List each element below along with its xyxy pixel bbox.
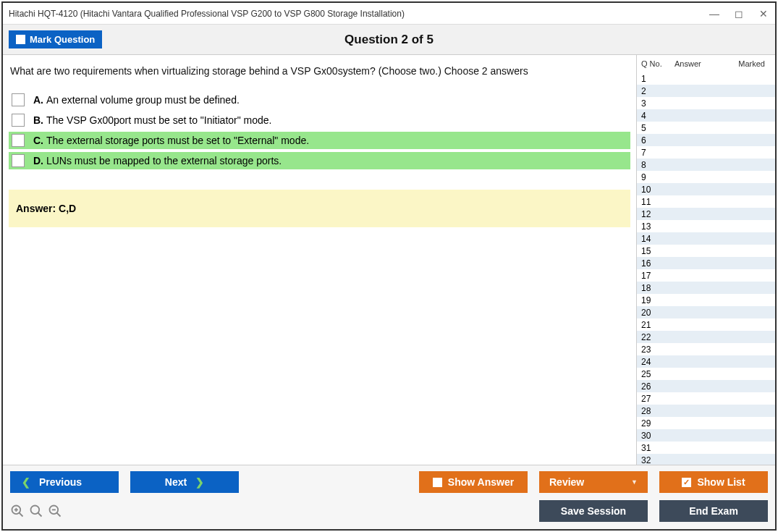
question-list-row[interactable]: 32 bbox=[637, 454, 775, 465]
window-controls: — ◻ ✕ bbox=[709, 8, 769, 20]
option-row[interactable]: A. An external volume group must be defi… bbox=[9, 91, 630, 109]
question-list-row[interactable]: 10 bbox=[637, 183, 775, 195]
bottom-toolbar: ❮ Previous Next ❯ Show Answer Review ▼ ✓… bbox=[3, 465, 775, 529]
option-checkbox[interactable] bbox=[12, 93, 25, 106]
question-list-row[interactable]: 6 bbox=[637, 134, 775, 146]
question-list-row[interactable]: 18 bbox=[637, 282, 775, 294]
question-list-row[interactable]: 20 bbox=[637, 306, 775, 318]
svg-line-7 bbox=[57, 513, 61, 517]
show-answer-button[interactable]: Show Answer bbox=[419, 471, 528, 493]
show-answer-checkbox-icon bbox=[433, 478, 442, 487]
chevron-left-icon: ❮ bbox=[22, 476, 30, 488]
question-list-row[interactable]: 15 bbox=[637, 245, 775, 257]
dropdown-arrow-icon: ▼ bbox=[631, 478, 638, 486]
question-panel: What are two requirements when virtualiz… bbox=[3, 55, 636, 465]
question-list-row[interactable]: 16 bbox=[637, 257, 775, 269]
svg-line-5 bbox=[38, 513, 42, 517]
end-exam-button[interactable]: End Exam bbox=[659, 500, 768, 522]
app-window: Hitachi HQT-4120 (Hitachi Vantara Qualif… bbox=[1, 1, 777, 531]
show-list-checkbox-icon: ✓ bbox=[682, 478, 691, 487]
mark-question-label: Mark Question bbox=[30, 34, 95, 45]
option-checkbox[interactable] bbox=[12, 154, 25, 167]
question-list-row[interactable]: 3 bbox=[637, 97, 775, 109]
maximize-icon[interactable]: ◻ bbox=[733, 8, 745, 20]
button-row-1: ❮ Previous Next ❯ Show Answer Review ▼ ✓… bbox=[10, 471, 768, 493]
review-label: Review bbox=[549, 476, 584, 488]
option-label: C. The external storage ports must be se… bbox=[33, 135, 309, 146]
question-list-panel: Q No. Answer Marked 12345678910111213141… bbox=[636, 55, 775, 465]
question-list-header: Q No. Answer Marked bbox=[637, 55, 775, 72]
header-answer: Answer bbox=[670, 59, 730, 68]
end-exam-label: End Exam bbox=[689, 505, 738, 517]
header-qno: Q No. bbox=[638, 59, 670, 68]
minimize-icon[interactable]: — bbox=[709, 8, 720, 20]
button-row-2: Save Session End Exam bbox=[10, 500, 768, 522]
svg-line-1 bbox=[20, 513, 23, 517]
question-list-row[interactable]: 5 bbox=[637, 122, 775, 134]
question-list-row[interactable]: 22 bbox=[637, 331, 775, 343]
zoom-in-icon[interactable] bbox=[10, 504, 25, 518]
question-list-row[interactable]: 21 bbox=[637, 318, 775, 331]
option-label: A. An external volume group must be defi… bbox=[33, 94, 240, 106]
question-list-row[interactable]: 12 bbox=[637, 208, 775, 220]
question-list-row[interactable]: 4 bbox=[637, 109, 775, 122]
question-list-row[interactable]: 11 bbox=[637, 195, 775, 208]
question-list-row[interactable]: 8 bbox=[637, 159, 775, 171]
answer-box: Answer: C,D bbox=[9, 190, 630, 227]
question-toolbar: Mark Question Question 2 of 5 bbox=[3, 25, 775, 55]
previous-label: Previous bbox=[39, 476, 82, 488]
option-label: B. The VSP Gx00port must be set to "Init… bbox=[33, 114, 272, 126]
titlebar: Hitachi HQT-4120 (Hitachi Vantara Qualif… bbox=[3, 3, 775, 25]
show-list-button[interactable]: ✓ Show List bbox=[659, 471, 768, 493]
question-list-row[interactable]: 17 bbox=[637, 269, 775, 282]
question-list-row[interactable]: 29 bbox=[637, 417, 775, 429]
question-list-row[interactable]: 24 bbox=[637, 355, 775, 368]
question-list-row[interactable]: 9 bbox=[637, 171, 775, 183]
zoom-out-icon[interactable] bbox=[48, 504, 62, 518]
zoom-reset-icon[interactable] bbox=[29, 504, 43, 518]
header-marked: Marked bbox=[730, 59, 771, 68]
next-button[interactable]: Next ❯ bbox=[130, 471, 239, 493]
question-list-row[interactable]: 31 bbox=[637, 442, 775, 454]
question-list-row[interactable]: 27 bbox=[637, 392, 775, 405]
option-label: D. LUNs must be mapped to the external s… bbox=[33, 155, 282, 166]
question-list-row[interactable]: 13 bbox=[637, 220, 775, 232]
option-checkbox[interactable] bbox=[12, 134, 25, 147]
show-answer-label: Show Answer bbox=[448, 476, 514, 488]
mark-checkbox-icon bbox=[16, 35, 25, 44]
chevron-right-icon: ❯ bbox=[195, 476, 204, 488]
previous-button[interactable]: ❮ Previous bbox=[10, 471, 119, 493]
question-text: What are two requirements when virtualiz… bbox=[10, 65, 630, 77]
svg-point-4 bbox=[31, 506, 40, 515]
save-session-button[interactable]: Save Session bbox=[539, 500, 648, 522]
question-list-row[interactable]: 28 bbox=[637, 405, 775, 417]
review-button[interactable]: Review ▼ bbox=[539, 471, 648, 493]
question-list-row[interactable]: 25 bbox=[637, 368, 775, 380]
mark-question-button[interactable]: Mark Question bbox=[9, 30, 102, 48]
show-list-label: Show List bbox=[697, 476, 745, 488]
question-counter: Question 2 of 5 bbox=[344, 33, 434, 47]
window-title: Hitachi HQT-4120 (Hitachi Vantara Qualif… bbox=[9, 9, 709, 19]
question-list-row[interactable]: 2 bbox=[637, 85, 775, 97]
question-list-row[interactable]: 26 bbox=[637, 380, 775, 392]
save-session-label: Save Session bbox=[561, 505, 626, 517]
question-list-row[interactable]: 19 bbox=[637, 294, 775, 306]
next-label: Next bbox=[165, 476, 187, 488]
question-list-row[interactable]: 23 bbox=[637, 343, 775, 355]
option-row[interactable]: C. The external storage ports must be se… bbox=[9, 132, 630, 149]
content-area: What are two requirements when virtualiz… bbox=[3, 55, 775, 465]
option-row[interactable]: D. LUNs must be mapped to the external s… bbox=[9, 152, 630, 169]
question-list-body[interactable]: 1234567891011121314151617181920212223242… bbox=[637, 72, 775, 465]
question-list-row[interactable]: 1 bbox=[637, 72, 775, 85]
answer-label: Answer: C,D bbox=[16, 203, 76, 214]
question-list-row[interactable]: 7 bbox=[637, 146, 775, 159]
option-checkbox[interactable] bbox=[12, 114, 25, 127]
close-icon[interactable]: ✕ bbox=[758, 8, 769, 20]
options-list: A. An external volume group must be defi… bbox=[9, 91, 630, 169]
question-list-row[interactable]: 30 bbox=[637, 429, 775, 442]
question-list-row[interactable]: 14 bbox=[637, 232, 775, 245]
zoom-controls bbox=[10, 504, 62, 518]
option-row[interactable]: B. The VSP Gx00port must be set to "Init… bbox=[9, 111, 630, 129]
